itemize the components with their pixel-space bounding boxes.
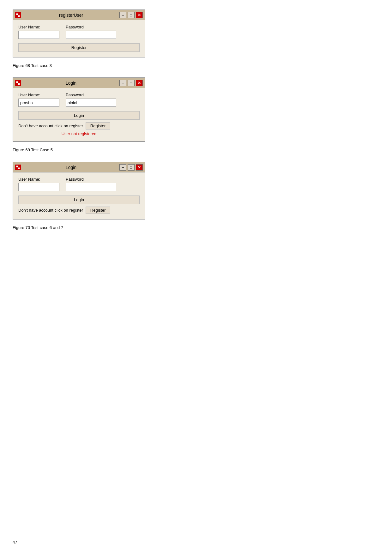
svg-rect-1	[18, 15, 20, 17]
register-button[interactable]: Register	[18, 43, 140, 52]
form-row-69: User Name: Password	[18, 93, 140, 107]
password-label-69: Password	[66, 93, 116, 97]
login-button-70[interactable]: Login	[18, 196, 140, 204]
form-row-70: User Name: Password	[18, 177, 140, 191]
login-titlebar-69: Login – □ ✕	[13, 78, 145, 88]
dont-have-row-70: Don't have account click on register Reg…	[18, 207, 140, 214]
login-titlebar-70: Login – □ ✕	[13, 162, 145, 172]
svg-rect-0	[16, 13, 18, 15]
login-window-title-69: Login	[23, 81, 119, 86]
password-label-70: Password	[66, 177, 116, 182]
form-row: User Name: Password	[18, 25, 140, 39]
username-group-70: User Name:	[18, 177, 59, 191]
window-controls-70: – □ ✕	[119, 164, 143, 171]
password-label: Password	[66, 25, 116, 29]
password-input[interactable]	[66, 31, 116, 39]
app-icon-70	[15, 165, 21, 170]
window-controls-69: – □ ✕	[119, 80, 143, 86]
login-window-70: Login – □ ✕ User Name: Password Login Do…	[13, 162, 145, 220]
app-icon-69	[15, 80, 21, 86]
password-input-69[interactable]	[66, 99, 116, 107]
register-window-title: registerUser	[23, 13, 119, 18]
figure68-caption: Figure 68 Test case 3	[13, 63, 379, 68]
login-button-69[interactable]: Login	[18, 111, 140, 120]
login-body-69: User Name: Password Login Don't have acc…	[13, 88, 145, 141]
register-window: registerUser – □ ✕ User Name: Password R…	[13, 9, 145, 57]
username-label: User Name:	[18, 25, 59, 29]
page-number: 47	[13, 540, 17, 545]
figure69-caption: Figure 69 Test Case 5	[13, 148, 379, 152]
svg-rect-4	[16, 166, 18, 167]
register-titlebar: registerUser – □ ✕	[13, 10, 145, 20]
error-message-69: User not registered	[18, 131, 140, 136]
close-button[interactable]: ✕	[136, 12, 143, 18]
username-label-70: User Name:	[18, 177, 59, 182]
password-group-70: Password	[66, 177, 116, 191]
login-body-70: User Name: Password Login Don't have acc…	[13, 172, 145, 219]
password-group: Password	[66, 25, 116, 39]
dont-have-row-69: Don't have account click on register Reg…	[18, 122, 140, 129]
register-button-69[interactable]: Register	[86, 122, 110, 129]
minimize-button-69[interactable]: –	[119, 80, 126, 86]
window-controls: – □ ✕	[119, 12, 143, 18]
minimize-button-70[interactable]: –	[119, 164, 126, 171]
username-input[interactable]	[18, 31, 59, 39]
username-label-69: User Name:	[18, 93, 59, 97]
username-group: User Name:	[18, 25, 59, 39]
login-window-69: Login – □ ✕ User Name: Password Login Do…	[13, 77, 145, 142]
username-group-69: User Name:	[18, 93, 59, 107]
password-group-69: Password	[66, 93, 116, 107]
minimize-button[interactable]: –	[119, 12, 126, 18]
register-body: User Name: Password Register	[13, 20, 145, 57]
register-button-70[interactable]: Register	[86, 207, 110, 214]
close-button-70[interactable]: ✕	[136, 164, 143, 171]
svg-rect-5	[18, 167, 20, 169]
password-input-70[interactable]	[66, 183, 116, 191]
maximize-button[interactable]: □	[128, 12, 135, 18]
close-button-69[interactable]: ✕	[136, 80, 143, 86]
dont-have-text-69: Don't have account click on register	[18, 123, 83, 128]
username-input-70[interactable]	[18, 183, 59, 191]
svg-rect-2	[16, 81, 18, 83]
login-window-title-70: Login	[23, 165, 119, 170]
dont-have-text-70: Don't have account click on register	[18, 208, 83, 213]
maximize-button-70[interactable]: □	[128, 164, 135, 171]
figure70-caption: Figure 70 Test case 6 and 7	[13, 225, 379, 230]
maximize-button-69[interactable]: □	[128, 80, 135, 86]
username-input-69[interactable]	[18, 99, 59, 107]
svg-rect-3	[18, 83, 20, 85]
app-icon	[15, 12, 21, 18]
